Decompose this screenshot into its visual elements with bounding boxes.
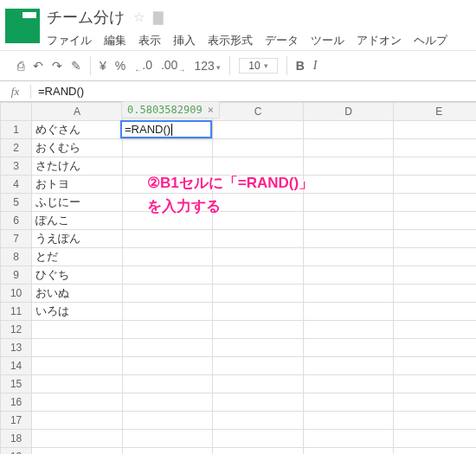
cell[interactable] <box>394 339 476 357</box>
cell[interactable]: おくむら <box>32 139 123 157</box>
menu-edit[interactable]: 編集 <box>104 33 126 48</box>
cell[interactable]: ぽんこ <box>32 212 123 230</box>
row-header[interactable]: 1 <box>1 121 32 139</box>
cell[interactable] <box>394 176 476 194</box>
cell[interactable] <box>122 248 213 266</box>
row-header[interactable]: 13 <box>1 339 32 357</box>
cell[interactable] <box>303 230 394 248</box>
cell[interactable] <box>303 412 394 430</box>
spreadsheet-grid[interactable]: A B C D E 1めぐさん2おくむら3さたけん4おトヨ5ふじにー6ぽんこ7う… <box>0 102 476 454</box>
cell[interactable] <box>32 430 123 448</box>
cell[interactable] <box>32 412 123 430</box>
row-header[interactable]: 2 <box>1 139 32 157</box>
cell[interactable] <box>213 121 304 139</box>
cell[interactable] <box>394 194 476 212</box>
menu-help[interactable]: ヘルプ <box>414 33 447 48</box>
cell[interactable]: ひぐち <box>32 266 123 285</box>
cell[interactable] <box>122 375 213 393</box>
row-header[interactable]: 12 <box>1 321 32 339</box>
cell[interactable] <box>122 285 213 303</box>
cell[interactable] <box>122 176 213 194</box>
row-header[interactable]: 9 <box>1 266 32 285</box>
italic-button[interactable]: I <box>313 59 318 73</box>
cell[interactable] <box>303 339 394 357</box>
cell[interactable] <box>213 194 304 212</box>
cell[interactable] <box>213 303 304 321</box>
cell[interactable] <box>303 375 394 393</box>
select-all-corner[interactable] <box>1 103 32 121</box>
cell[interactable] <box>122 266 213 285</box>
cell[interactable] <box>213 412 304 430</box>
dec-precision-button[interactable]: ←.0 <box>134 58 152 74</box>
cell[interactable] <box>303 321 394 339</box>
percent-button[interactable] <box>115 59 125 73</box>
row-header[interactable]: 10 <box>1 285 32 303</box>
cell[interactable] <box>394 230 476 248</box>
cell[interactable] <box>122 212 213 230</box>
cell[interactable] <box>394 321 476 339</box>
col-header-D[interactable]: D <box>303 103 394 121</box>
cell[interactable]: とだ <box>32 248 123 266</box>
cell[interactable] <box>394 375 476 393</box>
cell[interactable] <box>213 248 304 266</box>
cell[interactable] <box>213 266 304 285</box>
cell[interactable] <box>303 121 394 139</box>
undo-icon[interactable] <box>33 59 43 73</box>
cell[interactable] <box>213 285 304 303</box>
row-header[interactable]: 19 <box>1 448 32 455</box>
redo-icon[interactable] <box>52 59 62 73</box>
cell[interactable] <box>394 430 476 448</box>
cell[interactable]: おトヨ <box>32 176 123 194</box>
cell[interactable] <box>122 139 213 157</box>
col-header-E[interactable]: E <box>394 103 476 121</box>
cell[interactable] <box>303 303 394 321</box>
cell[interactable] <box>122 393 213 412</box>
menu-data[interactable]: データ <box>265 33 299 48</box>
cell[interactable] <box>213 448 304 455</box>
star-icon[interactable]: ☆ <box>133 10 145 25</box>
row-header[interactable]: 5 <box>1 194 32 212</box>
row-header[interactable]: 17 <box>1 412 32 430</box>
cell[interactable] <box>32 357 123 375</box>
cell[interactable] <box>213 139 304 157</box>
cell[interactable]: ふじにー <box>32 194 123 212</box>
cell[interactable] <box>303 393 394 412</box>
row-header[interactable]: 3 <box>1 157 32 176</box>
row-header[interactable]: 4 <box>1 176 32 194</box>
inc-precision-button[interactable]: .00→ <box>161 58 185 74</box>
cell[interactable] <box>122 448 213 455</box>
bold-button[interactable]: B <box>296 59 305 73</box>
cell[interactable]: おいぬ <box>32 285 123 303</box>
cell[interactable] <box>122 339 213 357</box>
row-header[interactable]: 16 <box>1 393 32 412</box>
row-header[interactable]: 7 <box>1 230 32 248</box>
cell[interactable] <box>213 176 304 194</box>
row-header[interactable]: 18 <box>1 430 32 448</box>
cell[interactable] <box>213 430 304 448</box>
row-header[interactable]: 14 <box>1 357 32 375</box>
cell[interactable] <box>122 230 213 248</box>
row-header[interactable]: 8 <box>1 248 32 266</box>
menu-addons[interactable]: アドオン <box>357 33 402 48</box>
cell[interactable] <box>32 339 123 357</box>
cell[interactable] <box>213 393 304 412</box>
cell[interactable] <box>303 430 394 448</box>
cell[interactable] <box>394 357 476 375</box>
cell[interactable] <box>32 448 123 455</box>
cell[interactable] <box>303 157 394 176</box>
cell[interactable] <box>213 230 304 248</box>
cell[interactable] <box>122 412 213 430</box>
cell[interactable] <box>122 194 213 212</box>
cell[interactable] <box>303 194 394 212</box>
row-header[interactable]: 6 <box>1 212 32 230</box>
cell[interactable] <box>394 412 476 430</box>
paint-format-icon[interactable] <box>71 59 81 73</box>
print-icon[interactable] <box>17 59 24 73</box>
cell[interactable] <box>394 139 476 157</box>
cell[interactable] <box>394 303 476 321</box>
cell[interactable] <box>303 139 394 157</box>
close-icon[interactable]: × <box>208 104 214 116</box>
cell[interactable] <box>213 357 304 375</box>
menu-format[interactable]: 表示形式 <box>208 33 253 48</box>
row-header[interactable]: 11 <box>1 303 32 321</box>
